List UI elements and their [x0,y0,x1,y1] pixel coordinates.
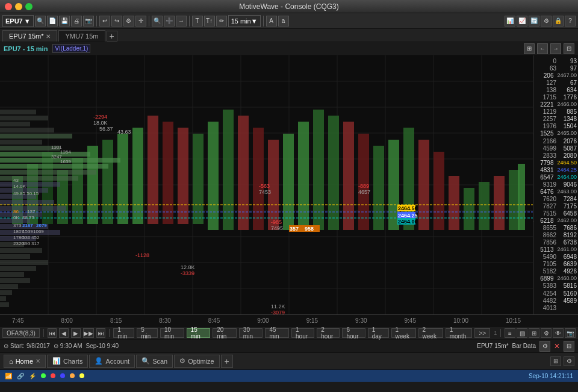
go-start-button[interactable]: ⏮ [48,328,57,338]
nav-optimize[interactable]: ⚙ Optimize [174,355,219,368]
next-icon[interactable]: → [550,43,561,54]
symbol-dropdown[interactable]: EPU7 ▼ [2,15,34,27]
tf-more[interactable]: >> [474,328,490,338]
wifi-icon: 📶 [5,373,12,379]
pen-icon[interactable]: ✏ [216,16,227,26]
session-right-controls: EPU7 15m* Bar Data ⚙ ✕ ⊟ [477,341,574,352]
tf-5min[interactable]: 5 min [137,328,158,338]
chart-canvas[interactable]: -2294 18.0K 56.37 43.63 1301 1354 3247 1… [0,55,533,314]
prev-button[interactable]: ◀ [59,328,69,338]
tf-30min[interactable]: 30 min [239,328,263,338]
detach-icon[interactable]: ⊡ [564,43,574,54]
nav-layout-icon[interactable]: ⊞ [550,356,561,366]
play-button[interactable]: ▶ [71,328,81,338]
eye-icon[interactable]: 👁 [553,328,564,338]
session-close-icon[interactable]: ✕ [554,342,560,350]
settings3-icon[interactable]: ⚙ [539,341,550,352]
tf-1day[interactable]: 1 day [368,328,389,338]
tab-close-icon[interactable]: ✕ [46,33,51,40]
tf-1week[interactable]: 1 week [391,328,416,338]
nav-settings-icon[interactable]: ⚙ [564,356,574,366]
price-row: 7827 7175 [535,203,577,210]
nav-bar: ⌂ Home ✕ 📊 Charts 👤 Account 🔍 Scan ⚙ Opt… [0,353,578,370]
price-row: 8382 7798 2464.50 [535,160,577,167]
chart-view-icon[interactable]: ▤ [517,328,527,338]
add-nav-button[interactable]: + [221,355,233,368]
prev-icon[interactable]: ← [537,43,548,54]
price-row: 8662 8192 [535,232,577,239]
crosshair-icon[interactable]: ✛ [135,16,146,26]
price-row: 127 67 [535,79,577,87]
tf-45min[interactable]: 45 min [265,328,289,338]
start-time-field[interactable]: ⊙ 9:30 AM [54,343,82,349]
help-icon[interactable]: ? [565,16,576,26]
indicator-icon[interactable]: 📈 [517,16,527,26]
tab-epu7[interactable]: EPU7 15m* ✕ [2,30,57,42]
collapse-icon[interactable]: ⊟ [564,341,574,352]
print-icon[interactable]: 🖨 [71,16,82,26]
nav-account[interactable]: 👤 Account [89,355,135,368]
search-icon[interactable]: 🔍 [35,16,46,26]
nav-scan[interactable]: 🔍 Scan [136,355,173,368]
tf-1hour[interactable]: 1 hour [291,328,314,338]
tf-6hour[interactable]: 6 hour [342,328,365,338]
view-icon[interactable]: ≡ [505,328,515,338]
go-end-button[interactable]: ⏭ [96,328,106,338]
close-traffic-light[interactable] [5,3,12,10]
settings2-icon[interactable]: ⚙ [541,328,552,338]
tf-1month[interactable]: 1 month [446,328,473,338]
time-axis-labels: 7:45 8:00 8:15 8:30 8:45 9:00 9:15 9:30 … [0,317,533,324]
tf-10min[interactable]: 10 min [160,328,184,338]
next-button[interactable]: ▶▶ [83,328,94,338]
add-tab-button[interactable]: + [107,31,117,42]
tf-2hour[interactable]: 2 hour [317,328,340,338]
settings-icon[interactable]: ⚙ [123,16,134,26]
status-left: 📶 🔗 ⚡ [5,373,84,379]
minimize-traffic-light[interactable] [15,3,22,10]
undo-icon[interactable]: ↩ [99,16,110,26]
home-icon: ⌂ [9,358,13,365]
indicator-label[interactable]: VI(Ladder,1) [52,44,90,53]
window-title: MotiveWave - Console (CQG3) [239,2,339,11]
timeframe-selector[interactable]: 15 min ▼ [228,15,261,27]
tf-15min[interactable]: 15 min [187,328,211,338]
nav-home[interactable]: ⌂ Home ✕ [4,355,46,368]
price-row: 7620 7284 [535,196,577,203]
maximize-traffic-light[interactable] [25,3,33,10]
zoom-out-icon[interactable]: 🔍 [152,16,163,26]
zoom-in-icon[interactable]: ➕ [164,16,175,26]
font-icon[interactable]: A [266,16,277,26]
sep [43,329,44,337]
end-date-field[interactable]: Sep-10 9:40 [86,343,119,349]
text-icon[interactable]: T [192,16,203,26]
price-row: 4482 4589 [535,297,577,305]
tab-ymu7[interactable]: YMU7 15m [58,30,105,42]
redo-icon[interactable]: ↪ [111,16,122,26]
text-up-icon[interactable]: T↑ [204,16,215,26]
save-icon[interactable]: 💾 [59,16,70,26]
config-icon[interactable]: ⚙ [541,16,552,26]
new-chart-icon[interactable]: 📄 [47,16,58,26]
grid-icon[interactable]: ⊞ [529,328,539,338]
price-row: 5490 6948 [535,254,577,261]
sep3 [189,16,190,26]
price-row: 5182 4926 [535,268,577,275]
close-home-icon[interactable]: ✕ [36,358,40,364]
price-row: 122 206 2467.00 [535,72,577,79]
start-date-field[interactable]: ⊙ Start: 9/8/2017 [4,343,50,349]
tf-20min[interactable]: 20 min [213,328,237,338]
time-label: 7:45 [12,317,23,324]
tf-1min[interactable]: 1 min [113,328,134,338]
time-axis: 7:45 8:00 8:15 8:30 8:45 9:00 9:15 9:30 … [0,314,578,326]
maximize-chart-icon[interactable]: ⊞ [524,43,535,54]
price-row: 7515 6458 [535,210,577,217]
tf-2week[interactable]: 2 week [418,328,443,338]
lock-icon[interactable]: 🔒 [553,16,564,26]
arrow-icon[interactable]: → [176,16,187,26]
font-size-icon[interactable]: a [278,16,289,26]
chart-type-icon[interactable]: 📊 [505,16,515,26]
camera2-icon[interactable]: 📷 [565,328,576,338]
refresh-icon[interactable]: 🔄 [529,16,539,26]
camera-icon[interactable]: 📷 [83,16,94,26]
nav-charts[interactable]: 📊 Charts [47,355,88,368]
